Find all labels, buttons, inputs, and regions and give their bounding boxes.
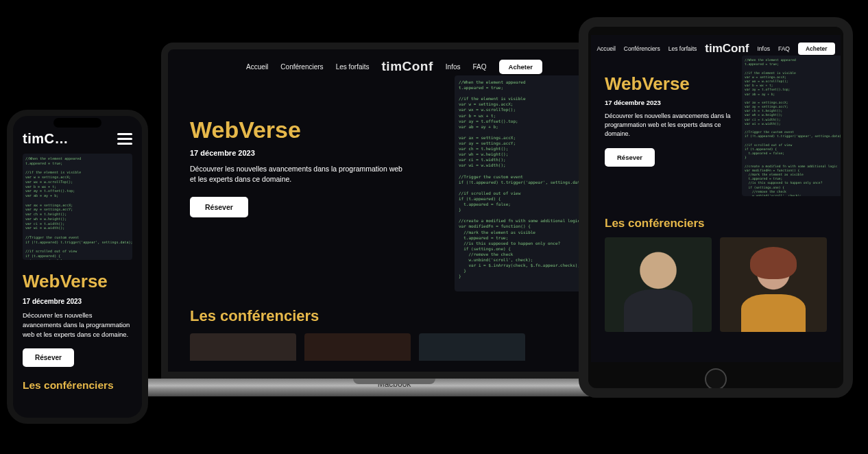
tablet-speakers-row bbox=[591, 237, 841, 332]
speakers-heading: Les conférenciers bbox=[591, 207, 841, 237]
nav-faq[interactable]: FAQ bbox=[473, 63, 487, 71]
nav-conferenciers[interactable]: Conférenciers bbox=[280, 63, 323, 71]
device-tablet: Accueil Conférenciers Les forfaits timCo… bbox=[579, 17, 853, 398]
tablet-hero: //When the element appeared t.appeared =… bbox=[591, 60, 841, 207]
nav-infos[interactable]: Infos bbox=[758, 45, 770, 52]
buy-button[interactable]: Acheter bbox=[499, 60, 542, 74]
nav-accueil[interactable]: Accueil bbox=[596, 45, 615, 52]
buy-button[interactable]: Acheter bbox=[798, 43, 835, 55]
hero-description: Découvrer les nouvelles avancements dans… bbox=[23, 311, 132, 339]
device-laptop: Accueil Conférenciers Les forfaits timCo… bbox=[151, 43, 638, 413]
speaker-card[interactable] bbox=[605, 237, 712, 332]
laptop-base-label: Macbook bbox=[378, 379, 411, 389]
speakers-heading: Les conférenciers bbox=[13, 367, 142, 392]
brand-logo: timC… bbox=[23, 131, 69, 147]
speaker-card[interactable] bbox=[419, 333, 525, 361]
phone-hero: WebVerse 17 décembre 2023 Découvrer les … bbox=[13, 260, 142, 367]
hero-description: Découvrer les nouvelles avancements dans… bbox=[190, 164, 402, 184]
laptop-base: Macbook bbox=[134, 379, 655, 396]
speaker-card[interactable] bbox=[190, 333, 296, 361]
laptop-speakers-row bbox=[168, 333, 620, 361]
brand-logo: timConf bbox=[705, 42, 749, 56]
hero-title: WebVerse bbox=[23, 271, 132, 292]
laptop-screen: Accueil Conférenciers Les forfaits timCo… bbox=[161, 43, 627, 379]
nav-forfaits[interactable]: Les forfaits bbox=[668, 45, 697, 52]
code-snippet-image: //When the element appeared t.appeared =… bbox=[23, 154, 132, 260]
nav-faq[interactable]: FAQ bbox=[778, 45, 790, 52]
hamburger-menu-icon[interactable] bbox=[117, 133, 132, 145]
nav-conferenciers[interactable]: Conférenciers bbox=[624, 45, 660, 52]
hero-description: Découvrer les nouvelles avancements dans… bbox=[605, 112, 738, 139]
phone-navbar: timC… bbox=[13, 116, 142, 151]
reserve-button[interactable]: Résever bbox=[23, 348, 74, 367]
laptop-hero: //When the element appeared t.appeared =… bbox=[168, 80, 620, 285]
speakers-heading: Les conférenciers bbox=[168, 285, 620, 333]
nav-infos[interactable]: Infos bbox=[446, 63, 461, 71]
brand-logo: timConf bbox=[382, 59, 433, 74]
speaker-card[interactable] bbox=[720, 237, 827, 332]
speaker-card[interactable] bbox=[304, 333, 411, 361]
nav-accueil[interactable]: Accueil bbox=[246, 63, 268, 71]
hero-date: 17 décembre 2023 bbox=[23, 298, 132, 305]
device-phone: timC… //When the element appeared t.appe… bbox=[7, 110, 148, 424]
reserve-button[interactable]: Résever bbox=[605, 148, 655, 167]
tablet-screen: Accueil Conférenciers Les forfaits timCo… bbox=[591, 35, 841, 362]
reserve-button[interactable]: Résever bbox=[190, 197, 248, 217]
code-snippet-image: //When the element appeared t.appeared =… bbox=[742, 56, 841, 196]
nav-forfaits[interactable]: Les forfaits bbox=[336, 63, 370, 71]
